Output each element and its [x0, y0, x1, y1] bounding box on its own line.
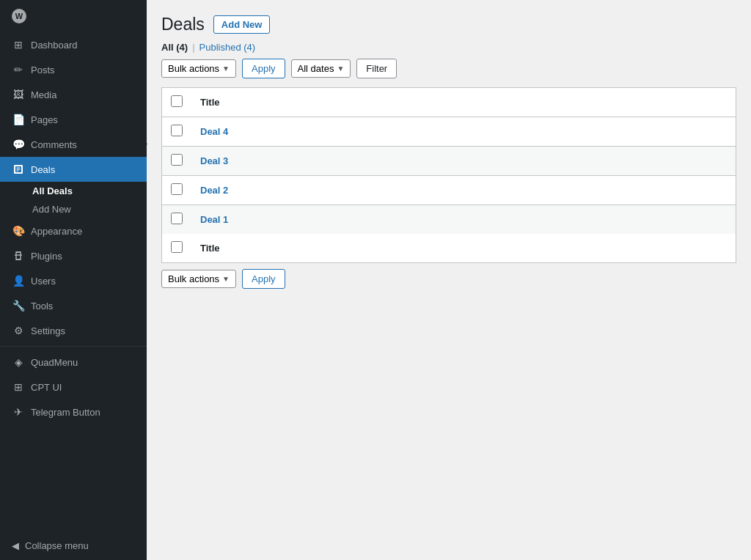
sidebar-item-deals-label: Deals [31, 164, 55, 175]
row-checkbox[interactable] [171, 154, 183, 166]
sidebar-item-dashboard[interactable]: ⊞ Dashboard [0, 32, 147, 57]
cptui-icon: ⊞ [12, 380, 25, 394]
title-column-header: Title [191, 88, 736, 117]
row-checkbox[interactable] [171, 183, 183, 195]
sidebar-item-comments[interactable]: 💬 Comments [0, 132, 147, 157]
deal-title-link[interactable]: Deal 4 [200, 126, 228, 137]
red-arrow-annotation [147, 136, 154, 194]
sidebar-sub-add-new[interactable]: Add New [26, 200, 147, 218]
filter-published-label: Published [199, 42, 241, 53]
sidebar-item-tools-label: Tools [31, 301, 53, 312]
sidebar: W ⊞ Dashboard ✏ Posts 🖼 Media 📄 Pages 💬 … [0, 0, 147, 560]
title-footer-cell: Title [191, 234, 736, 263]
table-row: Deal 2 [162, 176, 736, 205]
sidebar-item-posts[interactable]: ✏ Posts [0, 57, 147, 82]
filter-published-link[interactable]: Published (4) [199, 42, 256, 53]
deals-table: Title Deal 4Deal 3Deal 2Deal 1 Title [161, 87, 736, 263]
filter-separator: | [192, 42, 194, 53]
table-row: Deal 3 [162, 147, 736, 176]
row-checkbox-cell [162, 205, 192, 235]
appearance-icon: 🎨 [12, 224, 25, 237]
all-dates-label: All dates [298, 63, 334, 74]
filter-published-count: (4) [243, 42, 255, 53]
apply-bottom-button[interactable]: Apply [242, 269, 285, 289]
tools-icon: 🔧 [12, 299, 25, 312]
row-title-cell: Deal 3 [191, 147, 736, 176]
deal-title-link[interactable]: Deal 1 [200, 214, 228, 225]
apply-top-button[interactable]: Apply [242, 59, 285, 78]
sidebar-item-posts-label: Posts [31, 65, 55, 75]
filter-all-link[interactable]: All (4) [161, 42, 188, 53]
wordpress-icon: W [12, 9, 26, 23]
sidebar-item-plugins[interactable]: Plugins [0, 243, 147, 268]
deals-icon [12, 163, 25, 176]
sidebar-item-quadmenu[interactable]: ◈ QuadMenu [0, 350, 147, 375]
main-content: Deals Add New All (4) | Published (4) Bu… [147, 0, 751, 560]
sidebar-item-media[interactable]: 🖼 Media [0, 82, 147, 107]
svg-rect-1 [15, 259, 21, 260]
select-all-checkbox[interactable] [171, 95, 183, 107]
sidebar-item-cptui-label: CPT UI [31, 382, 62, 393]
sidebar-item-pages-label: Pages [31, 114, 58, 125]
bulk-actions-top-wrapper[interactable]: Bulk actions ▼ [161, 59, 236, 78]
row-checkbox-cell [162, 117, 192, 147]
svg-rect-0 [15, 251, 21, 253]
select-all-footer-checkbox[interactable] [171, 241, 183, 253]
sidebar-sub-all-deals[interactable]: All Deals [26, 182, 147, 200]
sidebar-deals-submenu: All Deals Add New [0, 182, 147, 218]
media-icon: 🖼 [12, 88, 25, 101]
dates-dropdown-icon: ▼ [337, 65, 344, 73]
row-title-cell: Deal 1 [191, 205, 736, 235]
sidebar-item-settings-label: Settings [31, 325, 65, 336]
row-title-cell: Deal 4 [191, 117, 736, 147]
row-checkbox[interactable] [171, 213, 183, 224]
settings-icon: ⚙ [12, 324, 25, 337]
bulk-actions-bottom-wrapper[interactable]: Bulk actions ▼ [161, 270, 236, 288]
filter-all-count: (4) [176, 42, 188, 53]
sidebar-item-tools[interactable]: 🔧 Tools [0, 293, 147, 318]
sidebar-item-appearance-label: Appearance [31, 226, 82, 237]
bottom-toolbar: Bulk actions ▼ Apply [161, 269, 736, 289]
users-icon: 👤 [12, 274, 25, 287]
sidebar-divider [0, 346, 147, 347]
dashboard-icon: ⊞ [12, 38, 25, 51]
quadmenu-icon: ◈ [12, 355, 25, 369]
filter-button[interactable]: Filter [356, 59, 397, 78]
sidebar-item-deals[interactable]: Deals [0, 157, 147, 182]
sidebar-item-dashboard-label: Dashboard [31, 40, 78, 51]
filter-bar: All (4) | Published (4) [161, 42, 736, 53]
table-row: Deal 1 [162, 205, 736, 235]
sidebar-item-telegram[interactable]: ✈ Telegram Button [0, 399, 147, 424]
sidebar-item-users-label: Users [31, 276, 56, 287]
sidebar-item-quadmenu-label: QuadMenu [31, 357, 78, 368]
sidebar-item-telegram-label: Telegram Button [31, 407, 100, 418]
sidebar-item-plugins-label: Plugins [31, 251, 62, 262]
sidebar-item-appearance[interactable]: 🎨 Appearance [0, 218, 147, 243]
select-all-footer-cell [162, 234, 192, 263]
sidebar-item-users[interactable]: 👤 Users [0, 268, 147, 293]
sidebar-item-media-label: Media [31, 89, 56, 100]
all-dates-wrapper[interactable]: All dates ▼ [291, 59, 351, 78]
table-row: Deal 4 [162, 117, 736, 147]
top-toolbar: Bulk actions ▼ Apply All dates ▼ Filter [161, 59, 736, 78]
title-header-label: Title [200, 97, 220, 108]
bulk-actions-bottom-label: Bulk actions [168, 273, 219, 284]
collapse-menu-button[interactable]: ◀ Collapse menu [0, 531, 147, 560]
row-checkbox[interactable] [171, 125, 183, 136]
plugins-icon [12, 249, 25, 262]
sidebar-item-settings[interactable]: ⚙ Settings [0, 318, 147, 343]
sidebar-item-pages[interactable]: 📄 Pages [0, 107, 147, 132]
title-footer-label: Title [200, 243, 220, 254]
bulk-actions-bottom-dropdown-icon: ▼ [222, 275, 230, 283]
bulk-actions-dropdown-icon: ▼ [222, 65, 230, 73]
deal-title-link[interactable]: Deal 2 [200, 185, 228, 196]
row-title-cell: Deal 2 [191, 176, 736, 205]
collapse-icon: ◀ [12, 540, 19, 551]
sidebar-item-cptui[interactable]: ⊞ CPT UI [0, 375, 147, 399]
collapse-menu-label: Collapse menu [25, 540, 89, 551]
posts-icon: ✏ [12, 63, 25, 76]
telegram-icon: ✈ [12, 405, 25, 419]
add-new-button[interactable]: Add New [213, 15, 271, 34]
deal-title-link[interactable]: Deal 3 [200, 155, 228, 166]
select-all-header [162, 88, 192, 117]
